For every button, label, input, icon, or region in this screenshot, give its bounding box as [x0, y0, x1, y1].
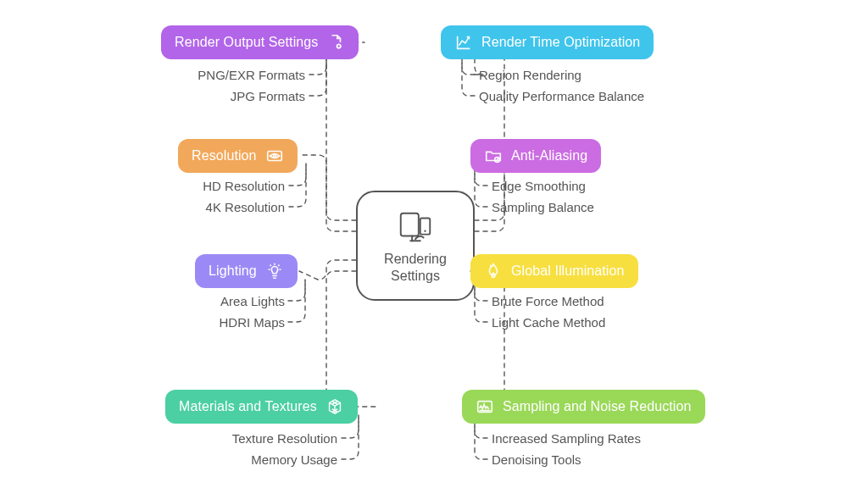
svg-point-5 [273, 155, 275, 158]
pill-label: Resolution [192, 148, 257, 164]
pill-label: Lighting [209, 263, 257, 279]
sub-item: Sampling Balance [492, 200, 594, 214]
sub-item: Area Lights [220, 294, 285, 308]
devices-icon [396, 207, 435, 246]
sub-item: Increased Sampling Rates [492, 431, 641, 446]
waveform-card-icon [476, 397, 494, 416]
folder-block-icon [484, 147, 503, 165]
pill-render-time: Render Time Optimization [441, 25, 654, 59]
pill-label: Sampling and Noise Reduction [503, 399, 692, 414]
sub-item: PNG/EXR Formats [198, 68, 305, 82]
pill-render-output: Render Output Settings [161, 25, 359, 59]
pill-materials: Materials and Textures [165, 390, 358, 424]
sub-item: Texture Resolution [232, 431, 337, 446]
sub-item: Quality Performance Balance [479, 89, 644, 103]
pill-label: Render Output Settings [175, 35, 318, 50]
pill-label: Materials and Textures [179, 399, 317, 414]
svg-point-2 [424, 230, 426, 232]
eye-card-icon [265, 147, 284, 165]
sub-item: Light Cache Method [492, 315, 605, 330]
flame-icon [484, 262, 503, 280]
pill-sampling: Sampling and Noise Reduction [462, 390, 705, 424]
center-label: Rendering Settings [384, 251, 447, 285]
bulb-icon [265, 262, 284, 280]
sub-item: Region Rendering [479, 68, 581, 82]
pill-lighting: Lighting [195, 254, 298, 288]
sub-item: 4K Resolution [206, 200, 285, 214]
sub-item: Denoising Tools [492, 452, 581, 467]
sub-item: Edge Smoothing [492, 179, 586, 193]
line-chart-icon [454, 33, 473, 52]
sub-item: Memory Usage [251, 452, 337, 467]
pill-global-illum: Global Illumination [470, 254, 638, 288]
pill-resolution: Resolution [178, 139, 298, 173]
sub-item: JPG Formats [231, 89, 305, 103]
sub-item: Brute Force Method [492, 294, 604, 308]
sub-item: HDRI Maps [219, 315, 285, 330]
pill-label: Anti-Aliasing [511, 148, 587, 164]
pill-label: Global Illumination [511, 263, 625, 279]
pill-label: Render Time Optimization [481, 35, 640, 50]
sub-item: HD Resolution [203, 179, 285, 193]
file-settings-icon [326, 33, 345, 52]
mesh-icon [326, 397, 344, 416]
pill-anti-aliasing: Anti-Aliasing [470, 139, 601, 173]
svg-rect-0 [401, 214, 419, 236]
center-node: Rendering Settings [356, 191, 475, 301]
